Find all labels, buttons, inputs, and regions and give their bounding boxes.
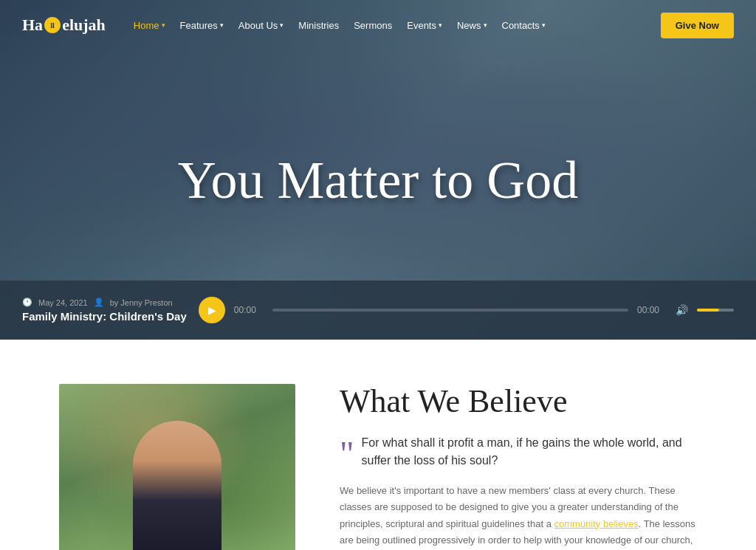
- clock-icon: 🕐: [22, 298, 32, 307]
- volume-icon: 🔊: [676, 304, 688, 316]
- time-current: 00:00: [234, 305, 264, 315]
- audio-bar: 🕐 May 24, 2021 👤 by Jenny Preston Family…: [0, 281, 756, 340]
- hero-section: You Matter to God 🕐 May 24, 2021 👤 by Je…: [0, 0, 756, 340]
- volume-fill: [697, 309, 719, 312]
- volume-bar[interactable]: [697, 309, 734, 312]
- section-heading: What We Believe: [340, 384, 697, 419]
- nav-links: Home ▾ Features ▾ About Us ▾ Ministries …: [128, 16, 661, 35]
- nav-about-us[interactable]: About Us ▾: [233, 16, 289, 35]
- nav-events[interactable]: Events ▾: [401, 16, 448, 35]
- quote-mark-icon: ": [340, 440, 354, 470]
- quote-block: " For what shall it profit a man, if he …: [340, 434, 697, 470]
- nav-home[interactable]: Home ▾: [128, 16, 171, 35]
- what-we-believe-section: What We Believe " For what shall it prof…: [0, 340, 756, 550]
- audio-progress-bar[interactable]: [272, 309, 628, 312]
- play-button[interactable]: ▶: [199, 297, 225, 323]
- audio-meta: 🕐 May 24, 2021 👤 by Jenny Preston Family…: [22, 298, 187, 323]
- time-total: 00:00: [637, 305, 667, 315]
- nav-ministries[interactable]: Ministries: [292, 16, 345, 35]
- chevron-down-icon: ▾: [484, 21, 487, 29]
- chevron-down-icon: ▾: [280, 21, 284, 29]
- chevron-down-icon: ▾: [220, 21, 224, 29]
- logo-circle: ll: [44, 17, 61, 33]
- nav-news[interactable]: News ▾: [451, 16, 493, 35]
- navbar: Hallelujah Home ▾ Features ▾ About Us ▾ …: [0, 0, 756, 50]
- chevron-down-icon: ▾: [542, 21, 546, 29]
- audio-player: ▶ 00:00 00:00 🔊: [199, 297, 734, 323]
- give-now-button[interactable]: Give Now: [661, 13, 734, 38]
- quote-text: For what shall it profit a man, if he ga…: [362, 434, 697, 470]
- nav-contacts[interactable]: Contacts ▾: [496, 16, 551, 35]
- nav-sermons[interactable]: Sermons: [348, 16, 398, 35]
- section-image: [59, 384, 295, 550]
- person-image: [133, 421, 221, 550]
- body-text: We believe it's important to have a new …: [340, 483, 697, 550]
- user-icon: 👤: [94, 298, 104, 307]
- play-icon: ▶: [208, 304, 216, 316]
- logo[interactable]: Hallelujah: [22, 16, 106, 35]
- section-text: What We Believe " For what shall it prof…: [340, 384, 697, 550]
- audio-date: 🕐 May 24, 2021 👤 by Jenny Preston: [22, 298, 187, 307]
- audio-track-title: Family Ministry: Children's Day: [22, 310, 187, 323]
- chevron-down-icon: ▾: [439, 21, 442, 29]
- hero-title: You Matter to God: [178, 151, 579, 210]
- chevron-down-icon: ▾: [162, 21, 165, 29]
- nav-features[interactable]: Features ▾: [174, 16, 230, 35]
- community-link[interactable]: community believes: [554, 518, 639, 529]
